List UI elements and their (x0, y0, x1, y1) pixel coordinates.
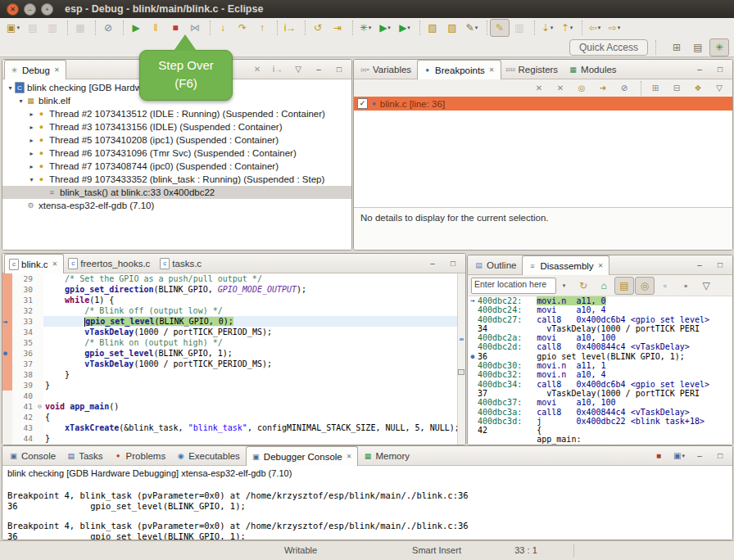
maximize-button[interactable]: + (41, 3, 53, 16)
restart-button[interactable]: ↺ (308, 19, 328, 37)
debug-tree-item[interactable]: ▾●Thread #9 1073433352 (blink_task : Run… (2, 173, 351, 186)
close-button[interactable]: ✕ (7, 3, 19, 16)
show-breakpoints-for-target-button[interactable]: ◎ (572, 79, 591, 97)
console-tab-tasks[interactable]: ▤Tasks (61, 446, 108, 465)
disassembly-row[interactable]: 37 vTaskDelay(1000 / portTICK_PERI (468, 389, 732, 398)
current-instruction-pointer-icon[interactable]: → (2, 316, 7, 327)
debug-tree-item[interactable]: ▸●Thread #5 1073410208 (ipc1) (Suspended… (2, 133, 351, 147)
instruction-stepping-mode-button[interactable]: i→ (268, 61, 288, 79)
code-line-37[interactable]: 37 vTaskDelay(1000 / portTICK_PERIOD_MS)… (2, 359, 465, 369)
code-line-44[interactable]: 44} (2, 433, 465, 444)
disassembly-row[interactable]: 400dbc30: movi.n a11, 1 (468, 361, 732, 370)
expander-icon[interactable]: ▾ (27, 176, 36, 183)
skip-all-breakpoints-button[interactable]: ⊘ (98, 19, 118, 37)
close-tab-icon[interactable]: ✕ (54, 66, 60, 74)
minimize-button[interactable]: – (24, 3, 36, 16)
back-button[interactable]: ⇦▾ (585, 19, 605, 37)
code-line-39[interactable]: 39} (2, 380, 465, 391)
overview-ruler[interactable] (457, 273, 465, 445)
editor-content[interactable]: 29 /* Set the GPIO as a push/pull output… (2, 273, 465, 445)
minimize-view-button[interactable]: – (690, 256, 709, 274)
instruction-stepping-button[interactable]: i→ (280, 19, 300, 37)
expander-icon[interactable]: ▸ (27, 163, 36, 170)
editor-tab-tasks-c[interactable]: ctasks.c (156, 254, 207, 273)
view-menu-button[interactable]: ▽ (709, 79, 729, 97)
code-line-30[interactable]: 30 gpio_set_direction(BLINK_GPIO, GPIO_M… (2, 284, 465, 295)
home-button[interactable]: ⌂ (594, 277, 614, 295)
disassembly-row[interactable]: 400dbc32: movi.n a10, 4 (468, 370, 732, 379)
disassembly-row[interactable]: 42 { (468, 426, 732, 435)
terminate-console-button[interactable]: ■ (649, 447, 668, 465)
clear-terminated-button[interactable]: ✕ (247, 61, 267, 79)
maximize-view-button[interactable]: □ (710, 61, 730, 79)
maximize-view-button[interactable]: □ (710, 256, 730, 274)
disasm-breakpoint-icon[interactable]: ● (468, 352, 478, 361)
debug-tree-item[interactable]: ▸●Thread #2 1073413512 (IDLE : Running) … (2, 107, 351, 120)
expander-icon[interactable]: ▾ (16, 97, 25, 105)
forward-button[interactable]: ⇨▾ (605, 19, 624, 37)
disassembly-row[interactable]: 34 vTaskDelay(1000 / portTICK_PERI (468, 324, 732, 333)
disasm-instruction-pointer-icon[interactable]: → (468, 296, 478, 305)
code-line-32[interactable]: 32 /* Blink off (output low) */ (2, 305, 465, 316)
debug-tree-item[interactable]: ▸●Thread #3 1073413156 (IDLE) (Suspended… (2, 120, 351, 133)
view-tab-modules[interactable]: ▦Modules (564, 60, 622, 79)
disassembly-row[interactable]: 400dbc3a: call8 0x400844c4 <vTaskDelay> (468, 408, 732, 417)
group-by-button[interactable]: ❖ (688, 79, 708, 97)
remove-all-breakpoints-button[interactable]: ✕ (550, 79, 570, 97)
editor-tab-freertos-hooks-c[interactable]: cfreertos_hooks.c (64, 254, 156, 273)
use-step-filters-button[interactable]: ⇥ (328, 19, 347, 37)
expand-all-button[interactable]: ⊞ (646, 79, 665, 97)
console-tab-problems[interactable]: ●Problems (109, 446, 172, 465)
close-tab-icon[interactable]: ✕ (347, 453, 352, 460)
disassembly-row[interactable]: 400dbc2d: call8 0x400844c4 <vTaskDelay> (468, 342, 732, 351)
close-tab-icon[interactable]: ✕ (52, 260, 58, 268)
code-line-38[interactable]: 38 } (2, 369, 465, 380)
open-project-button[interactable]: ▧ (423, 19, 442, 37)
overview-occurrence-marker[interactable] (458, 369, 464, 375)
code-line-42[interactable]: 42{ (2, 412, 465, 422)
disassembly-row[interactable]: →400dbc22: movi.n a11, 0 (468, 296, 732, 305)
overview-breakpoint-marker[interactable] (460, 338, 464, 341)
open-folder-button[interactable]: ▨ (442, 19, 462, 37)
disassembly-row[interactable]: 400dbc37: movi a10, 100 (468, 398, 732, 407)
debug-view-tab-debug[interactable]: ✳Debug✕ (4, 60, 66, 79)
skip-all-breakpoints-view-button[interactable]: ⊘ (614, 79, 634, 97)
disassembly-row[interactable]: 400dbc3d: j 0x400dbc22 <blink_task+18> (468, 417, 732, 426)
fold-marker[interactable]: ⊖ (36, 401, 43, 412)
view-tab-breakpoints[interactable]: ●Breakpoints✕ (417, 60, 501, 79)
disassembly-row[interactable]: app_main: (468, 435, 732, 444)
view-tab-outline[interactable]: ▤Outline (469, 255, 522, 274)
expander-icon[interactable]: ▸ (27, 137, 36, 144)
debug-tree-item[interactable]: ▸●Thread #6 1073431096 (Tmr Svc) (Suspen… (2, 147, 351, 160)
next-annotation-button[interactable]: ⇡▾ (557, 19, 577, 37)
editor-tab-blink-c[interactable]: cblink.c✕ (4, 254, 64, 273)
console-tab-debugger-console[interactable]: ▣Debugger Console✕ (246, 446, 359, 466)
debug-history-button[interactable]: ✳▾ (356, 19, 375, 37)
view-menu-button[interactable]: ▽ (288, 61, 308, 79)
view-tab-disassembly[interactable]: ≡Disassembly✕ (522, 255, 609, 275)
code-line-40[interactable]: 40 (2, 391, 465, 401)
suspend-button[interactable]: ‖ (146, 19, 165, 37)
code-line-36[interactable]: ●36 gpio_set_level(BLINK_GPIO, 1); (2, 348, 465, 359)
breakpoint-item[interactable]: ✓●blink.c [line: 36] (354, 97, 732, 111)
disassembly-content[interactable]: →400dbc22: movi.n a11, 0400dbc24: movi a… (468, 296, 732, 445)
refresh-view-button[interactable]: ↻ (573, 277, 593, 295)
disassembly-row[interactable]: ●36 gpio_set_level(BLINK_GPIO, 1); (468, 352, 732, 361)
code-line-33[interactable]: →33 gpio_set_level(BLINK_GPIO, 0); (2, 316, 465, 327)
console-tab-console[interactable]: ▣Console (4, 446, 61, 465)
run-history-button[interactable]: ▶▾ (375, 19, 395, 37)
disassembly-row[interactable]: 400dbc34: call8 0x400dc6b4 <gpio_set_lev… (468, 380, 732, 389)
show-source-button[interactable]: ▤ (614, 277, 634, 295)
search-button[interactable]: ✎▾ (462, 19, 482, 37)
go-to-file-for-breakpoint-button[interactable]: ➜ (593, 79, 613, 97)
console-tab-memory[interactable]: ▦Memory (358, 446, 415, 465)
step-into-button[interactable]: ↓ (213, 19, 233, 37)
minimize-view-button[interactable]: – (423, 255, 442, 273)
close-tab-icon[interactable]: ✕ (598, 262, 604, 269)
code-line-31[interactable]: 31 while(1) { (2, 295, 465, 305)
open-perspective-button[interactable]: ⊞ (667, 38, 686, 56)
step-return-button[interactable]: ↑ (252, 19, 272, 37)
debug-tree-item[interactable]: ⚙xtensa-esp32-elf-gdb (7.10) (2, 199, 351, 212)
debug-perspective-button[interactable]: ✳ (709, 38, 729, 56)
expander-icon[interactable]: ▸ (27, 111, 36, 118)
